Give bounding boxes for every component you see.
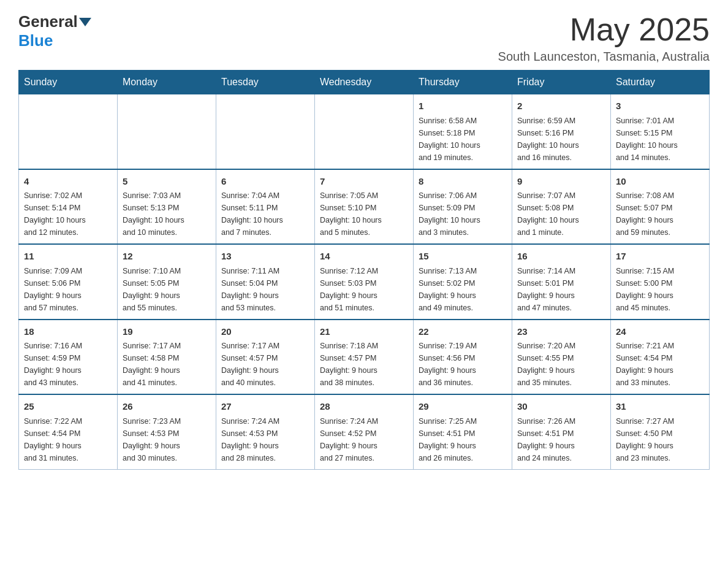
day-info: Sunrise: 7:15 AMSunset: 5:00 PMDaylight:… <box>616 265 704 314</box>
calendar-day-cell: 9Sunrise: 7:07 AMSunset: 5:08 PMDaylight… <box>512 169 611 245</box>
calendar-day-cell: 30Sunrise: 7:26 AMSunset: 4:51 PMDayligh… <box>512 394 611 469</box>
calendar-day-cell: 16Sunrise: 7:14 AMSunset: 5:01 PMDayligh… <box>512 244 611 320</box>
day-number: 20 <box>221 325 309 339</box>
day-info: Sunrise: 7:11 AMSunset: 5:04 PMDaylight:… <box>221 265 309 314</box>
day-number: 29 <box>419 400 507 414</box>
day-number: 18 <box>24 325 112 339</box>
calendar-day-cell: 24Sunrise: 7:21 AMSunset: 4:54 PMDayligh… <box>611 320 710 395</box>
calendar-day-cell: 4Sunrise: 7:02 AMSunset: 5:14 PMDaylight… <box>19 169 118 245</box>
logo-blue-text: Blue <box>18 31 53 50</box>
day-of-week-header: Friday <box>512 71 611 94</box>
logo-general-text: General <box>18 12 78 31</box>
day-number: 7 <box>320 175 408 189</box>
calendar-day-cell <box>216 94 315 169</box>
calendar-day-cell: 31Sunrise: 7:27 AMSunset: 4:50 PMDayligh… <box>611 394 710 469</box>
day-info: Sunrise: 7:18 AMSunset: 4:57 PMDaylight:… <box>320 340 408 389</box>
calendar-day-cell: 10Sunrise: 7:08 AMSunset: 5:07 PMDayligh… <box>611 169 710 245</box>
day-info: Sunrise: 7:04 AMSunset: 5:11 PMDaylight:… <box>221 190 309 239</box>
day-of-week-header: Monday <box>118 71 216 94</box>
day-number: 31 <box>616 400 704 414</box>
day-info: Sunrise: 7:20 AMSunset: 4:55 PMDaylight:… <box>517 340 605 389</box>
calendar-day-cell: 19Sunrise: 7:17 AMSunset: 4:58 PMDayligh… <box>118 320 216 395</box>
day-info: Sunrise: 7:22 AMSunset: 4:54 PMDaylight:… <box>24 415 112 464</box>
day-info: Sunrise: 7:06 AMSunset: 5:09 PMDaylight:… <box>419 190 507 239</box>
calendar-day-cell: 23Sunrise: 7:20 AMSunset: 4:55 PMDayligh… <box>512 320 611 395</box>
calendar-day-cell: 11Sunrise: 7:09 AMSunset: 5:06 PMDayligh… <box>19 244 118 320</box>
calendar-day-cell: 12Sunrise: 7:10 AMSunset: 5:05 PMDayligh… <box>118 244 216 320</box>
calendar-day-cell: 21Sunrise: 7:18 AMSunset: 4:57 PMDayligh… <box>315 320 414 395</box>
logo: General Blue <box>18 12 93 50</box>
day-info: Sunrise: 7:25 AMSunset: 4:51 PMDaylight:… <box>419 415 507 464</box>
day-info: Sunrise: 7:21 AMSunset: 4:54 PMDaylight:… <box>616 340 704 389</box>
day-number: 25 <box>24 400 112 414</box>
day-info: Sunrise: 7:17 AMSunset: 4:58 PMDaylight:… <box>123 340 211 389</box>
day-of-week-header: Wednesday <box>315 71 414 94</box>
location-title: South Launceston, Tasmania, Australia <box>498 50 710 64</box>
day-info: Sunrise: 7:07 AMSunset: 5:08 PMDaylight:… <box>517 190 605 239</box>
day-number: 22 <box>419 325 507 339</box>
day-info: Sunrise: 7:27 AMSunset: 4:50 PMDaylight:… <box>616 415 704 464</box>
day-number: 4 <box>24 175 112 189</box>
day-info: Sunrise: 6:59 AMSunset: 5:16 PMDaylight:… <box>517 115 605 164</box>
calendar-day-cell: 18Sunrise: 7:16 AMSunset: 4:59 PMDayligh… <box>19 320 118 395</box>
day-number: 21 <box>320 325 408 339</box>
calendar-day-cell: 29Sunrise: 7:25 AMSunset: 4:51 PMDayligh… <box>414 394 512 469</box>
day-info: Sunrise: 7:23 AMSunset: 4:53 PMDaylight:… <box>123 415 211 464</box>
calendar-header-row: SundayMondayTuesdayWednesdayThursdayFrid… <box>19 71 710 94</box>
day-number: 8 <box>419 175 507 189</box>
calendar-week-row: 4Sunrise: 7:02 AMSunset: 5:14 PMDaylight… <box>19 169 710 245</box>
day-number: 30 <box>517 400 605 414</box>
calendar-day-cell: 22Sunrise: 7:19 AMSunset: 4:56 PMDayligh… <box>414 320 512 395</box>
calendar-day-cell: 3Sunrise: 7:01 AMSunset: 5:15 PMDaylight… <box>611 94 710 169</box>
logo-triangle-icon <box>79 18 91 26</box>
day-number: 28 <box>320 400 408 414</box>
calendar-week-row: 18Sunrise: 7:16 AMSunset: 4:59 PMDayligh… <box>19 320 710 395</box>
calendar-day-cell: 5Sunrise: 7:03 AMSunset: 5:13 PMDaylight… <box>118 169 216 245</box>
day-number: 16 <box>517 250 605 264</box>
calendar-day-cell: 17Sunrise: 7:15 AMSunset: 5:00 PMDayligh… <box>611 244 710 320</box>
calendar-day-cell: 2Sunrise: 6:59 AMSunset: 5:16 PMDaylight… <box>512 94 611 169</box>
day-number: 14 <box>320 250 408 264</box>
calendar-week-row: 25Sunrise: 7:22 AMSunset: 4:54 PMDayligh… <box>19 394 710 469</box>
day-info: Sunrise: 7:05 AMSunset: 5:10 PMDaylight:… <box>320 190 408 239</box>
day-number: 26 <box>123 400 211 414</box>
calendar-day-cell <box>19 94 118 169</box>
day-info: Sunrise: 7:03 AMSunset: 5:13 PMDaylight:… <box>123 190 211 239</box>
day-of-week-header: Tuesday <box>216 71 315 94</box>
calendar-day-cell: 7Sunrise: 7:05 AMSunset: 5:10 PMDaylight… <box>315 169 414 245</box>
calendar-day-cell: 13Sunrise: 7:11 AMSunset: 5:04 PMDayligh… <box>216 244 315 320</box>
day-number: 10 <box>616 175 704 189</box>
day-number: 27 <box>221 400 309 414</box>
day-number: 9 <box>517 175 605 189</box>
calendar-day-cell: 8Sunrise: 7:06 AMSunset: 5:09 PMDaylight… <box>414 169 512 245</box>
day-number: 19 <box>123 325 211 339</box>
calendar-table: SundayMondayTuesdayWednesdayThursdayFrid… <box>18 70 710 470</box>
day-of-week-header: Sunday <box>19 71 118 94</box>
day-info: Sunrise: 7:12 AMSunset: 5:03 PMDaylight:… <box>320 265 408 314</box>
day-number: 24 <box>616 325 704 339</box>
calendar-day-cell: 25Sunrise: 7:22 AMSunset: 4:54 PMDayligh… <box>19 394 118 469</box>
day-number: 2 <box>517 99 605 113</box>
day-number: 17 <box>616 250 704 264</box>
day-number: 12 <box>123 250 211 264</box>
calendar-day-cell: 14Sunrise: 7:12 AMSunset: 5:03 PMDayligh… <box>315 244 414 320</box>
day-of-week-header: Saturday <box>611 71 710 94</box>
day-info: Sunrise: 7:02 AMSunset: 5:14 PMDaylight:… <box>24 190 112 239</box>
calendar-day-cell: 28Sunrise: 7:24 AMSunset: 4:52 PMDayligh… <box>315 394 414 469</box>
day-info: Sunrise: 7:08 AMSunset: 5:07 PMDaylight:… <box>616 190 704 239</box>
calendar-day-cell: 6Sunrise: 7:04 AMSunset: 5:11 PMDaylight… <box>216 169 315 245</box>
calendar-week-row: 1Sunrise: 6:58 AMSunset: 5:18 PMDaylight… <box>19 94 710 169</box>
day-number: 15 <box>419 250 507 264</box>
page-header: General Blue May 2025 South Launceston, … <box>18 12 710 64</box>
calendar-day-cell: 26Sunrise: 7:23 AMSunset: 4:53 PMDayligh… <box>118 394 216 469</box>
calendar-day-cell: 1Sunrise: 6:58 AMSunset: 5:18 PMDaylight… <box>414 94 512 169</box>
day-info: Sunrise: 7:16 AMSunset: 4:59 PMDaylight:… <box>24 340 112 389</box>
title-section: May 2025 South Launceston, Tasmania, Aus… <box>498 12 710 64</box>
day-info: Sunrise: 7:24 AMSunset: 4:53 PMDaylight:… <box>221 415 309 464</box>
day-info: Sunrise: 7:19 AMSunset: 4:56 PMDaylight:… <box>419 340 507 389</box>
day-info: Sunrise: 7:17 AMSunset: 4:57 PMDaylight:… <box>221 340 309 389</box>
calendar-day-cell: 20Sunrise: 7:17 AMSunset: 4:57 PMDayligh… <box>216 320 315 395</box>
calendar-day-cell <box>118 94 216 169</box>
day-info: Sunrise: 7:24 AMSunset: 4:52 PMDaylight:… <box>320 415 408 464</box>
calendar-week-row: 11Sunrise: 7:09 AMSunset: 5:06 PMDayligh… <box>19 244 710 320</box>
